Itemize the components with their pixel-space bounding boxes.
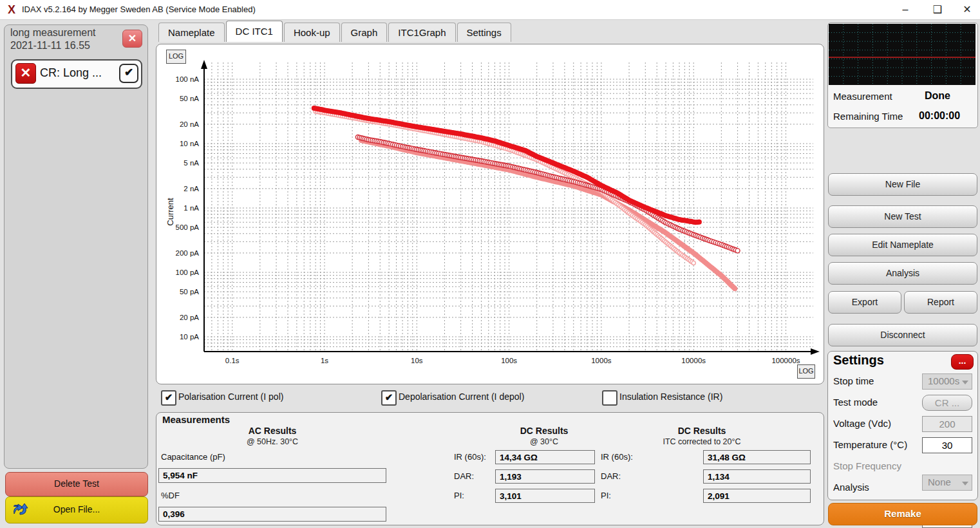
open-file-icon	[12, 500, 30, 518]
measurement-checkbox[interactable]: ✔	[119, 64, 138, 83]
report-button[interactable]: Report	[904, 291, 977, 314]
svg-text:20 pA: 20 pA	[180, 314, 199, 321]
svg-text:200 pA: 200 pA	[176, 249, 200, 257]
svg-text:2 nA: 2 nA	[184, 185, 199, 193]
close-test-button[interactable]: ✕	[122, 30, 142, 48]
maximize-button[interactable]: ❑	[925, 2, 950, 17]
svg-text:1 nA: 1 nA	[184, 204, 199, 212]
stop-frequency-label: Stop Frequency	[833, 460, 901, 471]
analysis-label: Analysis	[833, 482, 869, 493]
new-file-button[interactable]: New File	[828, 173, 977, 196]
test-name: long measurement	[10, 27, 96, 39]
svg-text:10s: 10s	[411, 357, 423, 364]
analysis-button[interactable]: Analysis	[828, 262, 977, 285]
measurement-status-label: Measurement	[833, 91, 892, 102]
tab-hook-up[interactable]: Hook-up	[284, 23, 340, 42]
pi-20-value: 2,091	[703, 489, 811, 503]
ac-results-title: AC Results	[192, 426, 353, 436]
window-title: IDAX v5.2.164 by Megger Sweden AB (Servi…	[22, 5, 256, 14]
stop-time-value: 10000s	[928, 375, 959, 386]
dar-30-label: DAR:	[454, 471, 474, 481]
svg-text:500 pA: 500 pA	[176, 223, 200, 231]
minimize-button[interactable]: –	[892, 2, 918, 17]
tab-dc-itc1[interactable]: DC ITC1	[226, 21, 283, 42]
ir60-30-value: 14,34 GΩ	[495, 450, 595, 464]
stop-time-label: Stop time	[833, 375, 874, 386]
dar-30-value: 1,193	[495, 469, 595, 484]
svg-text:100000s: 100000s	[771, 357, 800, 364]
pi-30-value: 3,101	[495, 489, 595, 503]
polarisation-current-checkbox[interactable]: ✔	[161, 390, 176, 406]
ir60-20-label: IR (60s):	[601, 452, 633, 462]
voltage-label: Voltage (Vdc)	[833, 418, 891, 429]
test-mode-label: Test mode	[833, 397, 878, 408]
dc-results-20-subtitle: ITC corrected to 20°C	[621, 437, 782, 446]
tab-nameplate[interactable]: Nameplate	[158, 23, 225, 42]
log-scale-y-button[interactable]: LOG	[166, 50, 186, 64]
temperature-field[interactable]: 30	[922, 437, 972, 453]
remake-button[interactable]: Remake	[828, 503, 977, 525]
svg-text:100 nA: 100 nA	[176, 75, 200, 83]
svg-text:1s: 1s	[321, 357, 328, 364]
svg-text:0.1s: 0.1s	[225, 357, 240, 364]
remaining-time-value: 00:00:00	[919, 110, 960, 122]
test-list-sidebar	[4, 24, 148, 469]
svg-text:10000s: 10000s	[681, 357, 706, 364]
df-value: 0,396	[158, 507, 386, 522]
tab-itc1graph[interactable]: ITC1Graph	[388, 23, 455, 42]
ir60-20-value: 31,48 GΩ	[703, 450, 811, 464]
export-button[interactable]: Export	[828, 291, 901, 314]
settings-more-button[interactable]: ...	[951, 354, 974, 370]
title-bar: X IDAX v5.2.164 by Megger Sweden AB (Ser…	[0, 0, 980, 20]
dc-results-20-title: DC Results	[621, 426, 782, 436]
tab-graph[interactable]: Graph	[341, 23, 388, 42]
pi-30-label: PI:	[454, 491, 464, 500]
measurement-label: CR: Long ...	[40, 66, 102, 80]
depolarisation-current-checkbox[interactable]: ✔	[381, 390, 397, 406]
disconnect-button[interactable]: Disconnect	[828, 324, 977, 346]
svg-text:20 nA: 20 nA	[180, 120, 199, 128]
test-date: 2021-11-11 16.55	[10, 40, 90, 52]
svg-text:100 pA: 100 pA	[176, 269, 200, 276]
remove-measurement-icon[interactable]: ✕	[15, 63, 36, 84]
svg-text:50 nA: 50 nA	[180, 95, 199, 102]
chevron-down-icon	[962, 381, 968, 384]
temperature-label: Temperature (°C)	[833, 439, 907, 450]
measurements-title: Measurements	[162, 414, 230, 425]
delete-test-button[interactable]: Delete Test	[5, 472, 148, 496]
dc-results-30-subtitle: @ 30°C	[464, 437, 625, 446]
log-scale-x-button[interactable]: LOG	[797, 364, 815, 379]
pi-20-label: PI:	[601, 491, 611, 500]
svg-text:Current: Current	[165, 198, 175, 226]
settings-title: Settings	[833, 353, 884, 368]
svg-text:10 nA: 10 nA	[180, 140, 199, 147]
app-logo-icon: X	[5, 3, 18, 16]
tab-settings[interactable]: Settings	[457, 23, 511, 42]
chart-panel: 100 nA50 nA20 nA10 nA5 nA2 nA1 nA500 pA2…	[156, 44, 824, 384]
dc-results-30-title: DC Results	[464, 426, 625, 436]
ir60-30-label: IR (60s):	[454, 452, 486, 462]
chevron-down-icon	[962, 482, 968, 486]
capacitance-label: Capacitance (pF)	[161, 452, 225, 462]
dar-20-value: 1,134	[703, 469, 811, 484]
test-mode-button: CR ...	[922, 395, 972, 411]
edit-nameplate-button[interactable]: Edit Nameplate	[828, 234, 977, 256]
tab-bar: Nameplate DC ITC1 Hook-up Graph ITC1Grap…	[158, 22, 513, 42]
insulation-resistance-label: Insulation Resistance (IR)	[619, 391, 722, 402]
df-label: %DF	[161, 491, 180, 500]
measurement-status-value: Done	[925, 90, 950, 102]
dar-20-label: DAR:	[601, 471, 621, 481]
current-vs-time-chart[interactable]: 100 nA50 nA20 nA10 nA5 nA2 nA1 nA500 pA2…	[156, 44, 822, 382]
new-test-button[interactable]: New Test	[828, 205, 977, 228]
insulation-resistance-checkbox[interactable]	[602, 390, 617, 406]
svg-text:50 pA: 50 pA	[180, 288, 199, 296]
stop-time-select: 10000s	[922, 373, 972, 390]
close-button[interactable]: ✕	[954, 2, 980, 17]
capacitance-value: 5,954 nF	[158, 468, 386, 483]
stop-frequency-select: None	[922, 475, 972, 491]
depolarisation-current-label: Depolarisation Current (I depol)	[399, 391, 524, 402]
voltage-field: 200	[922, 416, 972, 432]
svg-text:10 pA: 10 pA	[180, 333, 199, 341]
live-signal-scope	[829, 24, 975, 85]
ac-results-subtitle: @ 50Hz. 30°C	[192, 437, 353, 446]
